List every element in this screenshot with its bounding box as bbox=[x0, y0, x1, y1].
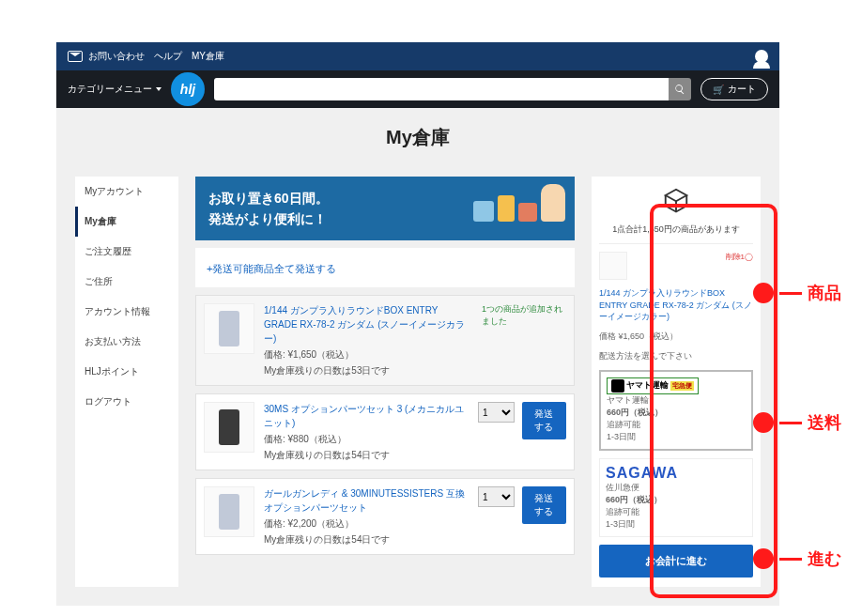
carrier-name: 佐川急便 bbox=[606, 482, 747, 494]
search-input[interactable] bbox=[214, 78, 669, 100]
top-bar: お問い合わせ ヘルプ MY倉庫 bbox=[56, 42, 779, 70]
product-name[interactable]: 30MS オプションパーツセット 3 (メカニカルユニット) bbox=[264, 402, 472, 430]
product-price: 価格: ¥880（税込） bbox=[264, 432, 472, 446]
page-title: My倉庫 bbox=[56, 108, 779, 158]
product-days: My倉庫残りの日数は54日です bbox=[264, 532, 472, 547]
sidebar-item-logout[interactable]: ログアウト bbox=[75, 387, 178, 417]
sidebar-item-address[interactable]: ご住所 bbox=[75, 267, 178, 297]
ship-eta: 1-3日間 bbox=[607, 431, 746, 443]
sidebar-item-points[interactable]: HLJポイント bbox=[75, 357, 178, 387]
sidebar-item-payment[interactable]: お支払い方法 bbox=[75, 327, 178, 357]
sidebar-item-account[interactable]: Myアカウント bbox=[75, 177, 178, 207]
shipping-prompt: 配送方法を選んで下さい bbox=[599, 350, 753, 362]
product-name[interactable]: 1/144 ガンプラ入りラウンドBOX ENTRY GRADE RX-78-2 … bbox=[264, 303, 472, 346]
product-price: 価格: ¥1,650（税込） bbox=[264, 347, 472, 362]
product-card: ガールガンレディ & 30MINUTESSISTERS 互換オプションパーツセッ… bbox=[195, 478, 575, 555]
banner-decoration bbox=[473, 184, 565, 222]
checkout-item-price: 価格 ¥1,650（税込） bbox=[599, 331, 753, 343]
cart-label: カート bbox=[728, 83, 756, 96]
carrier-name: ヤマト運輸 bbox=[607, 394, 746, 407]
sidebar-item-accountinfo[interactable]: アカウント情報 bbox=[75, 297, 178, 327]
product-name[interactable]: ガールガンレディ & 30MINUTESSISTERS 互換オプションパーツセッ… bbox=[264, 486, 472, 515]
checkout-summary: 1点合計1,650円の商品があります bbox=[599, 223, 753, 236]
help-link[interactable]: ヘルプ bbox=[154, 50, 182, 63]
main-column: お取り置き60日間。 発送がより便利に！ +発送可能商品全て発送する 1/144… bbox=[195, 177, 575, 587]
ship-all-link[interactable]: +発送可能商品全て発送する bbox=[207, 263, 336, 274]
checkout-item-name[interactable]: 1/144 ガンプラ入りラウンドBOX ENTRY GRADE RX-78-2 … bbox=[599, 287, 753, 323]
ship-method-yamato[interactable]: ヤマト運輸宅急便 ヤマト運輸 660円（税込） 追跡可能 1-3日間 bbox=[599, 370, 753, 451]
sidebar-item-orders[interactable]: ご注文履歴 bbox=[75, 237, 178, 267]
yamato-logo: ヤマト運輸宅急便 bbox=[607, 377, 699, 394]
annotation-callout-proceed: 進む bbox=[753, 547, 841, 570]
category-menu[interactable]: カテゴリーメニュー bbox=[68, 83, 162, 96]
checkout-item: 削除1◯ bbox=[599, 252, 753, 280]
remove-item-link[interactable]: 削除1◯ bbox=[726, 252, 753, 262]
contact-link[interactable]: お問い合わせ bbox=[88, 50, 145, 63]
ship-price: 660円（税込） bbox=[606, 494, 747, 506]
ship-method-sagawa[interactable]: SAGAWA 佐川急便 660円（税込） 追跡可能 1-3日間 bbox=[599, 458, 753, 537]
cart-button[interactable]: 🛒 カート bbox=[700, 78, 768, 100]
product-price: 価格: ¥2,200（税込） bbox=[264, 516, 472, 531]
ship-eta: 1-3日間 bbox=[606, 518, 747, 531]
product-days: My倉庫残りの日数は54日です bbox=[264, 448, 472, 462]
product-thumb[interactable] bbox=[204, 486, 254, 537]
ship-button[interactable]: 発送する bbox=[522, 402, 566, 439]
product-thumb[interactable] bbox=[204, 303, 254, 354]
mail-icon bbox=[68, 51, 83, 62]
chevron-down-icon bbox=[156, 87, 162, 91]
category-menu-label: カテゴリーメニュー bbox=[68, 83, 152, 96]
user-icon[interactable] bbox=[755, 50, 768, 63]
proceed-checkout-button[interactable]: お会計に進む bbox=[599, 545, 753, 578]
cart-icon: 🛒 bbox=[713, 85, 724, 95]
ship-button[interactable]: 発送する bbox=[522, 486, 566, 524]
ship-track: 追跡可能 bbox=[606, 506, 747, 518]
cat-icon bbox=[611, 379, 624, 393]
ship-track: 追跡可能 bbox=[607, 419, 746, 431]
ship-all-box: +発送可能商品全て発送する bbox=[195, 248, 575, 287]
banner-line1: お取り置き60日間。 bbox=[208, 188, 329, 208]
package-icon bbox=[599, 186, 753, 216]
checkout-panel: 1点合計1,650円の商品があります 削除1◯ 1/144 ガンプラ入りラウンド… bbox=[592, 177, 761, 587]
banner-line2: 発送がより便利に！ bbox=[208, 208, 329, 229]
product-thumb[interactable] bbox=[204, 402, 254, 453]
annotation-callout-shipping: 送料 bbox=[753, 411, 841, 434]
product-card: 1/144 ガンプラ入りラウンドBOX ENTRY GRADE RX-78-2 … bbox=[195, 295, 575, 386]
nav-bar: カテゴリーメニュー hlj 🛒 カート bbox=[56, 70, 779, 108]
sidebar-item-warehouse[interactable]: My倉庫 bbox=[75, 207, 178, 237]
added-tag: 1つの商品が追加されました bbox=[482, 303, 566, 328]
account-sidebar: Myアカウント My倉庫 ご注文履歴 ご住所 アカウント情報 お支払い方法 HL… bbox=[75, 177, 178, 587]
search-button[interactable] bbox=[669, 78, 691, 100]
ship-price: 660円（税込） bbox=[607, 407, 746, 419]
product-card: 30MS オプションパーツセット 3 (メカニカルユニット) 価格: ¥880（… bbox=[195, 393, 575, 470]
mywarehouse-link[interactable]: MY倉庫 bbox=[192, 50, 224, 63]
site-logo[interactable]: hlj bbox=[171, 72, 205, 106]
qty-select[interactable]: 1 bbox=[478, 402, 515, 423]
annotation-callout-product: 商品 bbox=[753, 282, 841, 304]
checkout-item-thumb[interactable] bbox=[599, 252, 627, 280]
promo-banner: お取り置き60日間。 発送がより便利に！ bbox=[195, 177, 575, 240]
sagawa-logo: SAGAWA bbox=[606, 465, 747, 482]
qty-select[interactable]: 1 bbox=[478, 486, 515, 507]
search-icon bbox=[674, 84, 685, 95]
product-days: My倉庫残りの日数は53日です bbox=[264, 363, 472, 377]
